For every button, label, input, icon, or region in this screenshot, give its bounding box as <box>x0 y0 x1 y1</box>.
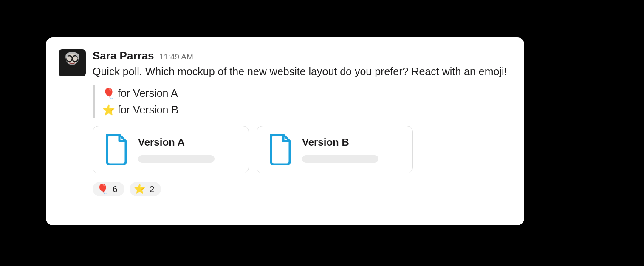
avatar-image <box>59 49 86 76</box>
attachment-card[interactable]: Version B <box>257 126 413 173</box>
attachments-row: Version A Version B <box>93 126 511 173</box>
file-icon <box>268 134 293 165</box>
attachment-title: Version A <box>138 136 237 148</box>
reactions-row: 🎈 6 ⭐ 2 <box>93 182 511 196</box>
star-icon: ⭐ <box>102 102 115 118</box>
message: Sara Parras 11:49 AM Quick poll. Which m… <box>59 49 511 196</box>
attachment-body: Version A <box>138 136 237 163</box>
attachment-subtitle-placeholder <box>138 155 215 163</box>
attachment-card[interactable]: Version A <box>93 126 249 173</box>
poll-option: 🎈 for Version A <box>102 85 511 102</box>
message-card: Sara Parras 11:49 AM Quick poll. Which m… <box>46 37 524 225</box>
reaction-pill[interactable]: 🎈 6 <box>93 182 124 196</box>
balloon-icon: 🎈 <box>102 85 115 101</box>
balloon-icon: 🎈 <box>97 184 108 195</box>
reaction-count: 2 <box>150 184 155 194</box>
reaction-count: 6 <box>113 184 118 194</box>
message-timestamp[interactable]: 11:49 AM <box>159 52 193 62</box>
reaction-pill[interactable]: ⭐ 2 <box>130 182 161 196</box>
message-header: Sara Parras 11:49 AM <box>93 49 511 62</box>
message-content: Sara Parras 11:49 AM Quick poll. Which m… <box>93 49 511 196</box>
attachment-subtitle-placeholder <box>302 155 378 163</box>
author-name[interactable]: Sara Parras <box>93 49 154 62</box>
attachment-body: Version B <box>302 136 401 163</box>
poll-options: 🎈 for Version A ⭐ for Version B <box>93 85 511 118</box>
poll-option: ⭐ for Version B <box>102 102 511 118</box>
attachment-title: Version B <box>302 136 401 148</box>
file-icon <box>104 134 129 165</box>
poll-option-text: for Version A <box>118 85 178 102</box>
star-icon: ⭐ <box>134 184 145 195</box>
message-body: Quick poll. Which mockup of the new webs… <box>93 64 511 79</box>
poll-option-text: for Version B <box>118 102 178 118</box>
avatar[interactable] <box>59 49 86 76</box>
